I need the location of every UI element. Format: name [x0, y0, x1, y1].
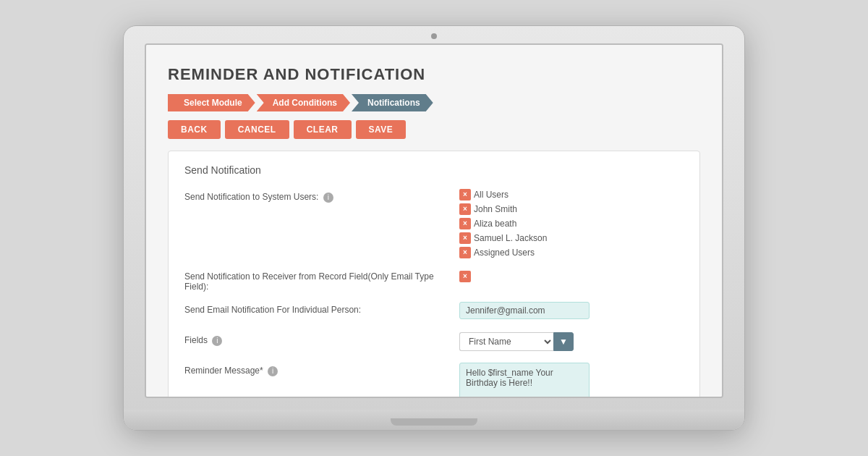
- laptop-shell: REMINDER AND NOTIFICATION Select Module …: [123, 25, 745, 431]
- list-item: × All Users: [459, 189, 684, 200]
- individual-email-row: Send Email Notification For Individual P…: [184, 302, 684, 322]
- step-select-module[interactable]: Select Module: [168, 94, 255, 111]
- record-field-value: ×: [459, 269, 684, 282]
- remove-john-smith-button[interactable]: ×: [459, 203, 471, 215]
- remove-assigned-users-button[interactable]: ×: [459, 247, 471, 258]
- list-item: × Assigned Users: [459, 247, 684, 258]
- list-item: × Samuel L. Jackson: [459, 232, 684, 244]
- system-users-value: × All Users × John Smith × Aliza beath: [459, 189, 684, 258]
- individual-email-input[interactable]: [459, 302, 590, 319]
- individual-email-value: [459, 302, 684, 319]
- reminder-message-value: Hello $first_name Your Birthday is Here!…: [459, 363, 684, 397]
- form-card-title: Send Notification: [184, 164, 684, 176]
- reminder-message-textarea[interactable]: Hello $first_name Your Birthday is Here!…: [459, 363, 590, 397]
- tag-list: × All Users × John Smith × Aliza beath: [459, 189, 684, 258]
- laptop-screen: REMINDER AND NOTIFICATION Select Module …: [145, 43, 723, 398]
- fields-row: Fields i First Name Last Name Email Phon…: [184, 332, 684, 352]
- record-field-row: Send Notification to Receiver from Recor…: [184, 269, 684, 292]
- fields-select-button[interactable]: ▼: [553, 332, 574, 351]
- steps-bar: Select Module Add Conditions Notificatio…: [168, 94, 700, 111]
- save-button[interactable]: SAVE: [356, 120, 407, 139]
- laptop-base-notch: [391, 418, 477, 426]
- system-users-row: Send Notification to System Users: i × A…: [184, 189, 684, 258]
- remove-all-users-button[interactable]: ×: [459, 189, 471, 200]
- page-title: REMINDER AND NOTIFICATION: [168, 65, 700, 84]
- individual-email-label: Send Email Notification For Individual P…: [184, 302, 459, 315]
- cancel-button[interactable]: CANCEL: [225, 120, 289, 139]
- screen-content: REMINDER AND NOTIFICATION Select Module …: [146, 45, 722, 397]
- remove-record-field-button[interactable]: ×: [459, 271, 471, 282]
- reminder-message-row: Reminder Message* i Hello $first_name Yo…: [184, 363, 684, 397]
- fields-label: Fields i: [184, 332, 459, 346]
- list-item: × John Smith: [459, 203, 684, 215]
- form-card: Send Notification Send Notification to S…: [168, 151, 700, 397]
- list-item: × Aliza beath: [459, 218, 684, 229]
- laptop-base: [124, 410, 744, 430]
- clear-button[interactable]: CLEAR: [294, 120, 352, 139]
- fields-select[interactable]: First Name Last Name Email Phone: [459, 332, 553, 351]
- reminder-message-label: Reminder Message* i: [184, 363, 459, 376]
- fields-select-container: First Name Last Name Email Phone ▼: [459, 332, 684, 351]
- fields-value: First Name Last Name Email Phone ▼: [459, 332, 684, 351]
- action-buttons: BACK CANCEL CLEAR SAVE: [168, 120, 700, 139]
- reminder-message-info-icon[interactable]: i: [268, 366, 278, 376]
- system-users-info-icon[interactable]: i: [323, 193, 333, 203]
- step-notifications[interactable]: Notifications: [352, 94, 433, 111]
- system-users-label: Send Notification to System Users: i: [184, 189, 459, 203]
- record-field-label: Send Notification to Receiver from Recor…: [184, 269, 459, 292]
- back-button[interactable]: BACK: [168, 120, 221, 139]
- laptop-camera: [431, 33, 437, 39]
- fields-info-icon[interactable]: i: [212, 336, 222, 346]
- step-add-conditions[interactable]: Add Conditions: [257, 94, 350, 111]
- remove-aliza-beath-button[interactable]: ×: [459, 218, 471, 229]
- remove-samuel-button[interactable]: ×: [459, 232, 471, 244]
